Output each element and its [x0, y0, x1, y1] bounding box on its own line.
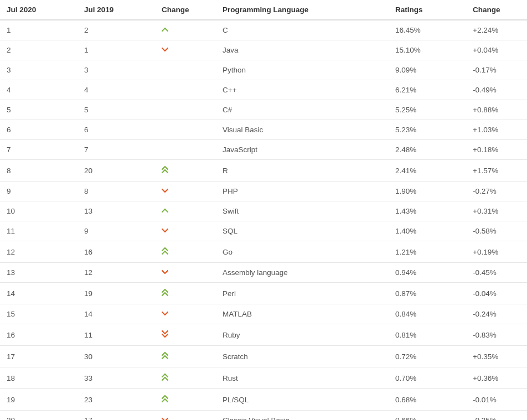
rank-up-double-icon [162, 288, 168, 297]
rank-up-double-icon [162, 351, 168, 360]
cell-jul2019: 12 [78, 263, 155, 283]
rank-down-double-icon [162, 330, 168, 338]
cell-change-pct: -0.45% [466, 263, 527, 283]
cell-language: Perl [216, 283, 389, 304]
header-change-icon: Change [155, 0, 216, 20]
cell-jul2020: 17 [0, 346, 78, 367]
cell-change-icon [155, 40, 216, 60]
rank-up-icon [162, 208, 168, 214]
table-row: 12C16.45%+2.24% [0, 20, 527, 40]
cell-change-pct: -0.83% [466, 324, 527, 346]
cell-jul2020: 8 [0, 160, 78, 182]
table-row: 77JavaScript2.48%+0.18% [0, 140, 527, 160]
cell-change-pct: -0.35% [466, 411, 527, 421]
cell-language: Go [216, 241, 389, 263]
cell-jul2020: 18 [0, 367, 78, 389]
cell-jul2020: 14 [0, 283, 78, 304]
cell-jul2020: 11 [0, 221, 78, 241]
table-row: 21Java15.10%+0.04% [0, 40, 527, 60]
cell-jul2020: 6 [0, 120, 78, 140]
cell-change-icon [155, 60, 216, 80]
cell-change-pct: +0.35% [466, 346, 527, 367]
cell-change-icon [155, 411, 216, 421]
cell-language: SQL [216, 221, 389, 241]
rank-up-icon [162, 27, 168, 33]
cell-ratings: 0.94% [389, 263, 466, 283]
cell-change-pct: +0.04% [466, 40, 527, 60]
table-row: 1611Ruby0.81%-0.83% [0, 324, 527, 346]
cell-change-icon [155, 160, 216, 182]
table-row: 1923PL/SQL0.68%-0.01% [0, 389, 527, 411]
cell-ratings: 6.21% [389, 80, 466, 100]
cell-ratings: 0.68% [389, 389, 466, 411]
cell-change-icon [155, 324, 216, 346]
cell-jul2020: 7 [0, 140, 78, 160]
header-jul2020: Jul 2020 [0, 0, 78, 20]
cell-change-pct: -0.04% [466, 283, 527, 304]
cell-jul2020: 20 [0, 411, 78, 421]
cell-language: C [216, 20, 389, 40]
table-row: 98PHP1.90%-0.27% [0, 182, 527, 201]
rank-down-icon [162, 227, 168, 234]
cell-ratings: 0.72% [389, 346, 466, 367]
cell-ratings: 0.84% [389, 304, 466, 324]
cell-jul2019: 30 [78, 346, 155, 367]
cell-jul2020: 3 [0, 60, 78, 80]
cell-change-pct: +1.03% [466, 120, 527, 140]
cell-change-icon [155, 389, 216, 411]
table-row: 119SQL1.40%-0.58% [0, 221, 527, 241]
cell-change-pct: -0.17% [466, 60, 527, 80]
cell-change-pct: +2.24% [466, 20, 527, 40]
cell-change-icon [155, 263, 216, 283]
rank-down-icon [162, 269, 168, 275]
ranking-table: Jul 2020 Jul 2019 Change Programming Lan… [0, 0, 527, 420]
cell-language: R [216, 160, 389, 182]
table-row: 820R2.41%+1.57% [0, 160, 527, 182]
rank-up-double-icon [162, 373, 168, 381]
cell-ratings: 2.41% [389, 160, 466, 182]
table-header-row: Jul 2020 Jul 2019 Change Programming Lan… [0, 0, 527, 20]
cell-ratings: 5.25% [389, 100, 466, 120]
cell-jul2020: 2 [0, 40, 78, 60]
table-row: 1514MATLAB0.84%-0.24% [0, 304, 527, 324]
cell-change-pct: +0.18% [466, 140, 527, 160]
cell-language: Swift [216, 201, 389, 221]
cell-language: C++ [216, 80, 389, 100]
cell-jul2020: 12 [0, 241, 78, 263]
header-language: Programming Language [216, 0, 389, 20]
cell-change-icon [155, 221, 216, 241]
rank-down-icon [162, 46, 168, 53]
cell-change-icon [155, 304, 216, 324]
cell-change-pct: -0.58% [466, 221, 527, 241]
rank-down-icon [162, 188, 168, 194]
cell-ratings: 2.48% [389, 140, 466, 160]
cell-change-pct: -0.49% [466, 80, 527, 100]
table-row: 1216Go1.21%+0.19% [0, 241, 527, 263]
cell-jul2020: 10 [0, 201, 78, 221]
cell-jul2020: 4 [0, 80, 78, 100]
table-row: 44C++6.21%-0.49% [0, 80, 527, 100]
cell-language: Python [216, 60, 389, 80]
cell-jul2019: 6 [78, 120, 155, 140]
cell-jul2019: 13 [78, 201, 155, 221]
cell-change-icon [155, 283, 216, 304]
cell-jul2019: 33 [78, 367, 155, 389]
cell-change-icon [155, 120, 216, 140]
cell-jul2019: 7 [78, 140, 155, 160]
cell-jul2020: 13 [0, 263, 78, 283]
cell-change-pct: +0.31% [466, 201, 527, 221]
cell-jul2020: 15 [0, 304, 78, 324]
table-row: 1730Scratch0.72%+0.35% [0, 346, 527, 367]
cell-jul2019: 14 [78, 304, 155, 324]
cell-ratings: 1.43% [389, 201, 466, 221]
header-change-pct: Change [466, 0, 527, 20]
cell-ratings: 0.87% [389, 283, 466, 304]
table-row: 1312Assembly language0.94%-0.45% [0, 263, 527, 283]
cell-change-pct: +0.36% [466, 367, 527, 389]
cell-change-pct: +0.19% [466, 241, 527, 263]
cell-jul2019: 11 [78, 324, 155, 346]
cell-jul2019: 4 [78, 80, 155, 100]
cell-jul2019: 20 [78, 160, 155, 182]
cell-change-pct: +1.57% [466, 160, 527, 182]
cell-jul2020: 1 [0, 20, 78, 40]
